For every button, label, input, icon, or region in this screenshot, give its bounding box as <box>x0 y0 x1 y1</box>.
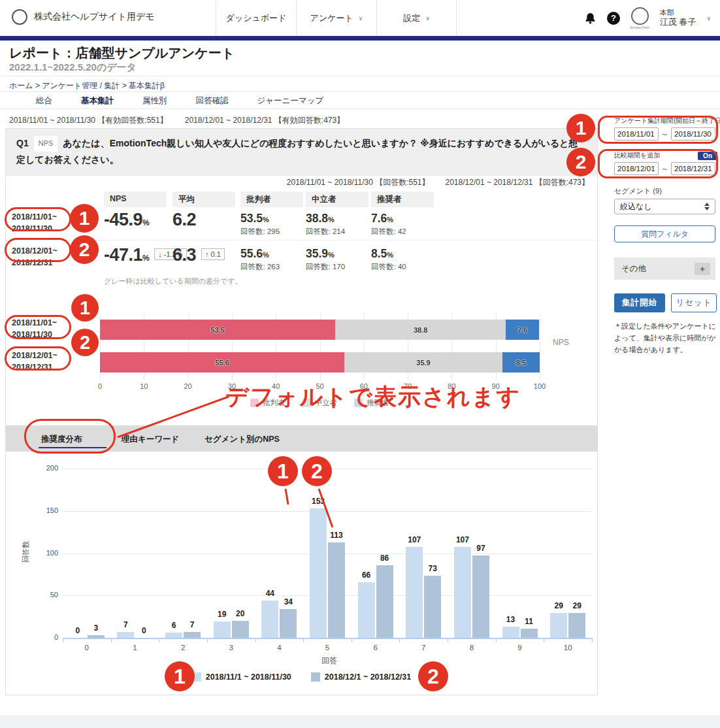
row1-period-label: 2018/11/01~2018/11/30 <box>12 211 57 235</box>
divider <box>0 91 720 92</box>
x-tick-mark <box>544 638 544 642</box>
row1-nps-value: -45.9% <box>104 210 149 230</box>
col-header-detractor: 批判者 <box>240 191 303 207</box>
active-tab-underline <box>39 447 106 448</box>
bar-value-label: 0 <box>131 626 157 635</box>
gridline <box>540 313 540 380</box>
row2-detractor-pct: 55.6% <box>240 247 269 261</box>
x-tick-label: 100 <box>527 382 553 390</box>
period-to-input[interactable] <box>671 127 715 141</box>
y-axis-label: 回答数 <box>21 541 31 563</box>
period-summary: 2018/11/01 ~ 2018/11/30 【有効回答数:551】2018/… <box>9 115 361 126</box>
chevron-down-icon[interactable]: ∨ <box>706 15 711 22</box>
x-tick-label: 5 <box>308 644 347 652</box>
company-name: 株式会社ヘルプサイト用デモ <box>34 11 155 23</box>
distribution-bar <box>184 632 201 638</box>
tab-kaitou-kakunin[interactable]: 回答確認 <box>196 95 229 107</box>
x-tick-mark <box>592 638 593 642</box>
legend-swatch <box>250 399 259 407</box>
x-tick-label: 8 <box>452 644 491 652</box>
distribution-bar <box>376 565 393 638</box>
nav-survey[interactable]: アンケート∨ <box>296 0 376 36</box>
distribution-bar <box>454 547 471 638</box>
row1-passive-count: 回答数: 214 <box>306 227 345 237</box>
gridline <box>63 469 592 469</box>
sub-tab-distribution[interactable]: 推奨度分布 <box>41 434 82 445</box>
legend-label: 批判者 <box>263 398 286 408</box>
tab-kihon-shukei[interactable]: 基本集計 <box>81 95 114 107</box>
row-divider <box>6 240 597 240</box>
start-aggregation-button[interactable]: 集計開始 <box>614 293 665 312</box>
period-summary-2: 2018/12/01 ~ 2018/12/31 【有効回答数:473】 <box>185 116 344 125</box>
compare-toggle[interactable]: On <box>698 152 717 160</box>
x-axis-line <box>63 638 592 639</box>
help-icon[interactable]: ? <box>607 12 620 25</box>
chevron-down-icon: ∨ <box>359 15 363 22</box>
period-label: アンケート集計期間(開始日～終了日) <box>614 116 717 125</box>
user-avatar[interactable]: EmotionTech <box>630 7 649 29</box>
user-org: 本部 <box>660 8 696 18</box>
breadcrumb[interactable]: ホーム > アンケート管理 / 集計 > 基本集計β <box>9 80 165 91</box>
chart-row-label: 2018/12/01~2018/12/31 <box>6 350 57 373</box>
col-header-promoter: 推奨者 <box>371 191 434 207</box>
expand-plus-icon[interactable]: + <box>695 263 710 275</box>
question-type-badge: NPS <box>34 136 58 152</box>
segment-select[interactable]: 絞込なし <box>614 199 715 214</box>
divider <box>0 76 720 76</box>
user-name: 江茂 春子 <box>660 17 696 27</box>
x-tick-label: 90 <box>483 382 509 390</box>
others-panel[interactable]: その他 + <box>614 257 715 280</box>
x-axis-label: 回答 <box>310 655 349 667</box>
avg-diff-badge: ↑ 0.1 <box>201 248 225 260</box>
row1-detractor-pct: 53.5% <box>240 212 269 225</box>
user-block: 本部 江茂 春子 <box>660 8 696 28</box>
tilde-separator: ～ <box>661 129 668 139</box>
distribution-bar <box>232 621 249 638</box>
nav-settings[interactable]: 設定∨ <box>376 0 457 36</box>
compare-from-input[interactable] <box>614 162 659 175</box>
distribution-bar <box>310 508 327 638</box>
row1-promoter-count: 回答数: 42 <box>371 227 406 237</box>
gridline <box>63 511 592 512</box>
col-header-avg: 平均 <box>172 191 235 207</box>
reset-button[interactable]: リセット <box>671 293 717 312</box>
row1-avg-value: 6.2 <box>172 210 196 230</box>
y-tick-label: 100 <box>32 549 58 557</box>
tab-sougou[interactable]: 総合 <box>36 95 52 107</box>
question-header: Q1NPSあなたは、EmotionTech親しい知人や友人にどの程度おすすめした… <box>6 129 597 176</box>
x-tick-label: 60 <box>351 382 377 390</box>
compare-to-input[interactable] <box>671 162 715 175</box>
nav-dashboard[interactable]: ダッシュボード <box>216 0 296 36</box>
bar-value-label: 34 <box>275 597 301 606</box>
tab-journey-map[interactable]: ジャーニーマップ <box>257 95 324 107</box>
sub-tab-segment-nps[interactable]: セグメント別のNPS <box>205 434 280 445</box>
row2-avg-value: 6.3↑ 0.1 <box>172 245 225 265</box>
bar-value-label: 7 <box>179 620 205 629</box>
x-tick-mark <box>111 638 112 642</box>
header-right: ? EmotionTech 本部 江茂 春子 ∨ <box>584 0 711 36</box>
legend-item: 中立者 <box>303 398 338 408</box>
bar-value-label: 44 <box>257 589 283 598</box>
chart-element: 2018/12/31 <box>12 361 57 373</box>
company-logo-icon <box>12 9 27 25</box>
tab-zokusei[interactable]: 属性別 <box>142 95 167 107</box>
stacked-bar: 55.635.98.5 <box>100 352 540 372</box>
bar-segment: 53.5 <box>100 320 335 340</box>
legend-item-series1: 2018/11/1 ~ 2018/11/30 <box>192 672 291 682</box>
x-tick-label: 10 <box>131 382 157 390</box>
filter-sidebar: アンケート集計期間(開始日～終了日) ～ 比較期間を追加 On ～ セグメント … <box>614 116 717 356</box>
bar-segment: 38.8 <box>335 320 506 340</box>
question-text: あなたは、EmotionTech親しい知人や友人にどの程度おすすめしたいと思いま… <box>16 138 578 165</box>
bar-segment: 55.6 <box>100 352 344 372</box>
x-tick-label: 1 <box>115 644 154 652</box>
bar-value-label: 113 <box>323 531 350 540</box>
sub-tab-keywords[interactable]: 理由キーワード <box>122 434 179 445</box>
chart-element: 2018/11/30 <box>12 329 57 340</box>
chart-row-label: 2018/11/01~2018/11/30 <box>6 317 57 340</box>
question-filter-button[interactable]: 質問フィルタ <box>614 225 715 242</box>
bell-icon[interactable] <box>584 12 597 25</box>
question-card: Q1NPSあなたは、EmotionTech親しい知人や友人にどの程度おすすめした… <box>5 128 598 695</box>
x-tick-label: 10 <box>548 644 587 652</box>
period-from-input[interactable] <box>614 127 659 141</box>
app-root: 株式会社ヘルプサイト用デモ ダッシュボード アンケート∨ 設定∨ ? Emoti… <box>0 0 720 728</box>
